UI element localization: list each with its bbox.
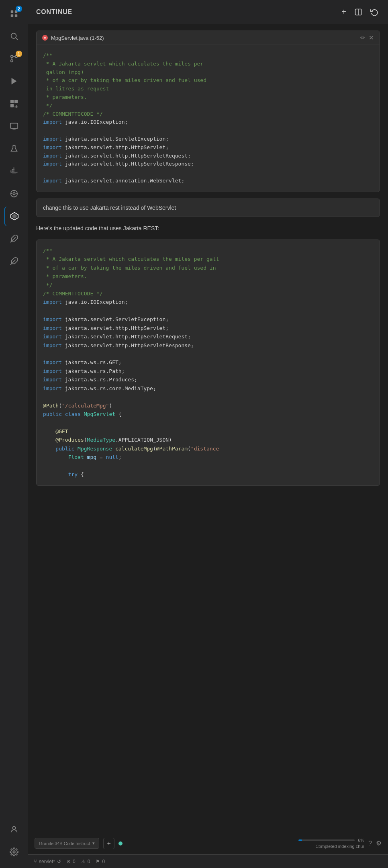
branch-name: servlet* xyxy=(39,859,55,864)
warnings-item[interactable]: ⚠ 0 xyxy=(81,859,90,864)
add-chat-button[interactable]: + xyxy=(340,6,348,18)
user-prompt-bubble: change this to use Jakarta rest instead … xyxy=(36,199,380,217)
error-indicator: ● xyxy=(42,35,48,41)
activity-bar: 2 1 xyxy=(0,0,28,868)
svg-rect-18 xyxy=(10,170,12,172)
file-code-panel: ● MpgServlet.java (1-52) ✏ ✕ /** * A Jak… xyxy=(36,31,380,192)
header: CONTINUE + xyxy=(28,0,388,24)
panel-header-actions: ✏ ✕ xyxy=(360,34,374,41)
split-editor-button[interactable] xyxy=(353,6,364,18)
warning-count: 0 xyxy=(88,859,90,864)
svg-point-6 xyxy=(11,60,13,62)
svg-rect-23 xyxy=(13,168,14,169)
progress-area: 6% Completed indexing chur xyxy=(127,838,364,849)
bottom-bar: ⑂ servlet* ↺ ⊗ 0 ⚠ 0 ⚑ 0 xyxy=(28,854,388,868)
feather1-icon[interactable] xyxy=(4,229,24,248)
svg-point-4 xyxy=(11,33,16,39)
account-icon[interactable] xyxy=(4,820,24,839)
progress-percent: 6% xyxy=(358,838,364,843)
progress-row: 6% xyxy=(298,838,364,843)
help-icon[interactable]: ? xyxy=(368,840,372,847)
svg-marker-27 xyxy=(12,214,16,218)
svg-rect-2 xyxy=(11,14,13,17)
svg-rect-11 xyxy=(14,100,18,103)
svg-rect-14 xyxy=(14,106,18,107)
svg-point-31 xyxy=(13,851,15,853)
progress-fill xyxy=(298,839,302,841)
file-panel-header: ● MpgServlet.java (1-52) ✏ ✕ xyxy=(37,31,380,45)
header-actions: + xyxy=(340,6,380,18)
main-content: CONTINUE + ● MpgServlet.java (1-52) ✏ ✕ xyxy=(28,0,388,868)
svg-point-8 xyxy=(11,55,13,58)
sync-icon: ↺ xyxy=(57,859,61,864)
flask-icon[interactable] xyxy=(4,139,24,158)
progress-bar xyxy=(298,839,355,841)
status-bar: Granite 34B Code Instruct ▾ + 6% Complet… xyxy=(28,832,388,854)
copilot-icon[interactable] xyxy=(4,184,24,203)
chevron-down-icon: ▾ xyxy=(92,841,95,846)
status-dot xyxy=(118,841,123,845)
history-button[interactable] xyxy=(369,6,380,18)
page-title: CONTINUE xyxy=(36,8,333,16)
progress-label: Completed indexing chur xyxy=(315,844,364,849)
svg-point-25 xyxy=(13,192,15,195)
extensions-badge: 2 xyxy=(16,6,22,12)
activity-bottom xyxy=(4,820,24,868)
granite-icon[interactable] xyxy=(4,207,24,226)
svg-rect-10 xyxy=(10,100,14,103)
assistant-code-content: /** * A Jakarta servlet which calculates… xyxy=(37,240,380,485)
info-count: 0 xyxy=(102,859,105,864)
svg-rect-12 xyxy=(10,104,14,107)
assistant-code-block: /** * A Jakarta servlet which calculates… xyxy=(36,240,380,486)
run-debug-icon[interactable] xyxy=(4,72,24,91)
remote-icon[interactable] xyxy=(4,117,24,136)
source-control-icon[interactable]: 1 xyxy=(4,49,24,68)
feather2-icon[interactable] xyxy=(4,252,24,271)
add-context-button[interactable]: + xyxy=(103,838,114,849)
svg-rect-22 xyxy=(13,169,14,170)
git-branch-item[interactable]: ⑂ servlet* ↺ xyxy=(34,858,61,864)
docker-icon[interactable] xyxy=(4,162,24,181)
user-prompt-text: change this to use Jakarta rest instead … xyxy=(43,205,176,211)
svg-line-5 xyxy=(16,38,18,40)
file-code-content: /** * A Jakarta servlet which calculates… xyxy=(37,45,380,192)
warning-icon: ⚠ xyxy=(81,859,86,864)
error-icon: ⊗ xyxy=(67,859,71,864)
info-item[interactable]: ⚑ 0 xyxy=(96,859,105,864)
svg-rect-3 xyxy=(15,14,17,17)
svg-marker-9 xyxy=(12,78,17,85)
chat-scroll-area[interactable]: ● MpgServlet.java (1-52) ✏ ✕ /** * A Jak… xyxy=(28,24,388,832)
branch-icon: ⑂ xyxy=(34,858,37,864)
settings-status-icon[interactable]: ⚙ xyxy=(376,839,382,847)
error-count: 0 xyxy=(73,859,76,864)
extensions-grid-icon[interactable] xyxy=(4,94,24,113)
errors-item[interactable]: ⊗ 0 xyxy=(67,859,76,864)
close-icon[interactable]: ✕ xyxy=(369,34,374,41)
assistant-code-pre: /** * A Jakarta servlet which calculates… xyxy=(43,246,373,479)
source-control-badge: 1 xyxy=(16,51,22,57)
assistant-response-text: Here's the updated code that uses Jakart… xyxy=(36,223,380,233)
file-name-label: MpgServlet.java (1-52) xyxy=(51,35,357,41)
info-icon: ⚑ xyxy=(96,859,100,864)
status-indicator xyxy=(118,841,123,845)
svg-rect-20 xyxy=(13,170,14,172)
svg-point-30 xyxy=(12,827,15,829)
svg-rect-15 xyxy=(10,123,18,129)
svg-rect-21 xyxy=(12,169,13,170)
settings-icon[interactable] xyxy=(4,842,24,862)
svg-rect-0 xyxy=(11,10,13,13)
model-name: Granite 34B Code Instruct xyxy=(39,841,90,846)
edit-icon[interactable]: ✏ xyxy=(360,34,366,41)
model-selector[interactable]: Granite 34B Code Instruct ▾ xyxy=(35,838,99,849)
code-pre: /** * A Jakarta servlet which calculates… xyxy=(43,51,373,185)
extensions-icon[interactable]: 2 xyxy=(4,4,24,23)
svg-rect-19 xyxy=(12,170,13,172)
search-icon[interactable] xyxy=(4,27,24,46)
